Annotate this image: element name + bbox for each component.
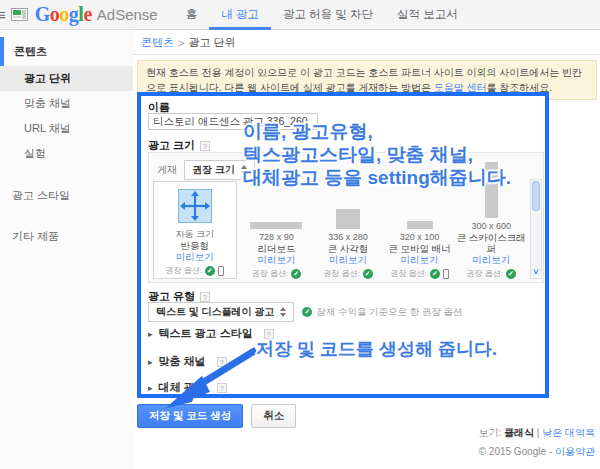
recommended-label: 권장 옵션: xyxy=(166,265,202,276)
nav-tab-reports[interactable]: 실적 보고서 xyxy=(385,0,470,30)
annotation-save-note: 저장 및 코드를 생성해 줍니다. xyxy=(256,337,497,361)
size-option-size: 336 x 280 xyxy=(312,232,384,243)
adsense-logo-text: AdSense xyxy=(97,6,158,23)
recommended-label: 권장 옵션: xyxy=(390,268,426,279)
main-nav: 홈 내 광고 광고 허용 및 차단 실적 보고서 xyxy=(174,0,470,30)
adsense-product-icon xyxy=(11,8,28,21)
recommended-label: 권장 옵션: xyxy=(323,268,359,279)
recommended-row: 권장 옵션: ✓ xyxy=(455,268,527,279)
breadcrumb: 콘텐츠 > 광고 단위 xyxy=(133,31,600,55)
sidebar: 콘텐츠 광고 단위 맞춤 채널 URL 채널 실험 광고 스타일 기타 제품 xyxy=(0,31,133,469)
ad-type-hint: ✓ 잠재 수익을 기준으로 한 권장 옵션 xyxy=(302,306,462,319)
annotation-setting-note: 이름, 광고유형, 텍스광고스타일, 맞춤 채널, 대체광고 등을 settin… xyxy=(243,120,511,189)
check-icon: ✓ xyxy=(291,269,301,279)
ad-size-label: 광고 크기 ? xyxy=(148,138,210,153)
nav-tab-my-ads[interactable]: 내 광고 xyxy=(209,0,271,30)
low-bandwidth-link[interactable]: 낮은 대역폭 xyxy=(542,427,595,438)
updown-arrows-icon xyxy=(280,307,286,317)
expand-arrow-icon: ▸ xyxy=(148,329,153,339)
section-label: 텍스트 광고 스타일 xyxy=(159,326,253,341)
sidebar-item-experiments[interactable]: 실험 xyxy=(0,141,133,166)
recommended-row: 권장 옵션: ✓ xyxy=(312,268,384,279)
ad-type-dropdown[interactable]: 텍스트 및 디스플레이 광고 xyxy=(148,302,294,322)
size-option-size: 300 x 600 xyxy=(455,221,527,232)
mobile-icon xyxy=(443,269,449,279)
size-option-name: 큰 모바일 배너 xyxy=(384,243,456,254)
page-footer: 보기: 클래식 | 낮은 대역폭 © 2015 Google - 이용약관 xyxy=(478,426,595,459)
recommended-label: 권장 옵션: xyxy=(466,268,502,279)
recommended-label: 권장 옵션: xyxy=(252,268,288,279)
scroll-down-icon[interactable]: ˅ xyxy=(531,267,541,278)
copyright-text: © 2015 Google - xyxy=(479,446,553,457)
breadcrumb-separator: > xyxy=(178,37,184,49)
view-current: 클래식 xyxy=(504,427,534,438)
annotation-line: 대체광고 등을 setting해줍니다. xyxy=(243,166,511,189)
check-icon: ✓ xyxy=(506,269,516,279)
ad-type-row: 텍스트 및 디스플레이 광고 ✓ 잠재 수익을 기준으로 한 권장 옵션 xyxy=(148,302,463,322)
preview-link[interactable]: 미리보기 xyxy=(384,254,456,266)
hamburger-icon[interactable]: ≡ xyxy=(0,6,6,23)
terms-link[interactable]: 이용약관 xyxy=(555,446,595,457)
size-option-name: 큰 스카이스크래퍼 xyxy=(455,232,527,254)
size-option-size: 320 x 100 xyxy=(384,232,456,243)
check-icon: ✓ xyxy=(430,269,440,279)
mobile-banner-size-icon xyxy=(407,221,433,229)
nav-tab-home[interactable]: 홈 xyxy=(174,0,210,30)
check-icon: ✓ xyxy=(302,307,312,317)
preview-link[interactable]: 미리보기 xyxy=(156,251,234,263)
view-label: 보기: xyxy=(478,427,501,438)
help-icon[interactable]: ? xyxy=(200,292,210,302)
recommended-row: 권장 옵션: ✓ xyxy=(241,268,313,279)
recommended-row: 권장 옵션: ✓ xyxy=(384,268,456,279)
sidebar-section-content[interactable]: 콘텐츠 xyxy=(0,37,133,66)
sidebar-item-custom-channels[interactable]: 맞춤 채널 xyxy=(0,91,133,116)
size-option-size: 자동 크기 xyxy=(156,229,234,240)
size-option-name: 반응형 xyxy=(156,240,234,251)
breadcrumb-current: 광고 단위 xyxy=(188,35,235,50)
annotation-line: 텍스광고스타일, 맞춤 채널, xyxy=(243,143,511,166)
check-icon: ✓ xyxy=(363,269,373,279)
check-icon: ✓ xyxy=(205,266,215,276)
section-text-ad-style[interactable]: ▸ 텍스트 광고 스타일 ? xyxy=(148,326,274,341)
sidebar-item-ad-units[interactable]: 광고 단위 xyxy=(0,66,133,91)
annotation-line: 이름, 광고유형, xyxy=(243,120,511,143)
expand-arrow-icon: ▸ xyxy=(148,357,153,367)
size-option-name: 리더보드 xyxy=(241,243,313,254)
view-separator: | xyxy=(537,427,540,438)
google-logo[interactable]: Google xyxy=(35,3,92,26)
preview-link[interactable]: 미리보기 xyxy=(455,254,527,266)
sidebar-item-other-products[interactable]: 기타 제품 xyxy=(0,223,133,250)
ad-size-label-text: 광고 크기 xyxy=(148,138,195,153)
mobile-icon xyxy=(218,266,224,276)
annotation-arrow-icon xyxy=(158,344,263,412)
expand-arrow-icon: ▸ xyxy=(148,383,153,393)
ad-type-hint-text: 잠재 수익을 기준으로 한 권장 옵션 xyxy=(316,306,462,319)
sidebar-item-ad-styles[interactable]: 광고 스타일 xyxy=(0,182,133,209)
preview-link[interactable]: 미리보기 xyxy=(241,254,313,266)
responsive-size-icon xyxy=(178,189,212,223)
rectangle-size-icon xyxy=(336,209,360,229)
scrollbar-thumb[interactable] xyxy=(532,181,540,211)
size-option-responsive[interactable]: 자동 크기 반응형 미리보기 권장 옵션: ✓ xyxy=(153,181,237,279)
leaderboard-size-icon xyxy=(250,222,302,229)
nav-tab-allow-block[interactable]: 광고 허용 및 차단 xyxy=(271,0,385,30)
preview-link[interactable]: 미리보기 xyxy=(312,254,384,266)
ad-type-value: 텍스트 및 디스플레이 광고 xyxy=(156,305,274,319)
size-option-size: 728 x 90 xyxy=(241,232,313,243)
help-icon[interactable]: ? xyxy=(200,141,210,151)
breadcrumb-parent-link[interactable]: 콘텐츠 xyxy=(141,35,174,50)
size-list-scrollbar[interactable]: ˅ xyxy=(530,179,542,279)
sidebar-item-url-channels[interactable]: URL 채널 xyxy=(0,116,133,141)
recommended-row: 권장 옵션: ✓ xyxy=(156,265,234,276)
top-nav-bar: ≡ Google AdSense 홈 내 광고 광고 허용 및 차단 실적 보고… xyxy=(0,0,600,30)
size-option-name: 큰 사각형 xyxy=(312,243,384,254)
